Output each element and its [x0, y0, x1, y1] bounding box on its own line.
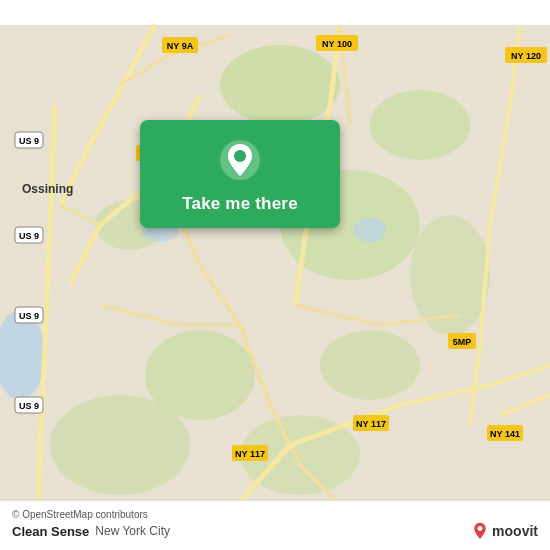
svg-point-2: [370, 90, 470, 160]
location-name: Clean Sense: [12, 524, 89, 539]
svg-text:US 9: US 9: [19, 136, 39, 146]
svg-point-73: [234, 150, 246, 162]
svg-point-1: [220, 45, 340, 125]
popup-card[interactable]: Take me there: [140, 120, 340, 228]
moovit-logo: moovit: [471, 522, 538, 540]
svg-point-74: [478, 526, 483, 531]
svg-text:NY 120: NY 120: [511, 51, 541, 61]
location-city: New York City: [95, 524, 170, 538]
svg-point-6: [50, 395, 190, 495]
svg-text:5MP: 5MP: [453, 337, 472, 347]
svg-point-8: [320, 330, 420, 400]
svg-text:US 9: US 9: [19, 231, 39, 241]
svg-text:NY 141: NY 141: [490, 429, 520, 439]
svg-text:US 9: US 9: [19, 401, 39, 411]
map-container: NY 9A NY 100 NY 120 US 9 NY 9 US 9 US 9 …: [0, 0, 550, 550]
svg-text:NY 9A: NY 9A: [167, 41, 194, 51]
location-pin-icon: [218, 138, 262, 182]
map-attribution: © OpenStreetMap contributors: [12, 509, 538, 520]
svg-text:US 9: US 9: [19, 311, 39, 321]
bottom-bar: © OpenStreetMap contributors Clean Sense…: [0, 500, 550, 550]
moovit-brand-text: moovit: [492, 523, 538, 539]
svg-text:NY 117: NY 117: [356, 419, 386, 429]
svg-text:NY 117: NY 117: [235, 449, 265, 459]
map-svg: NY 9A NY 100 NY 120 US 9 NY 9 US 9 US 9 …: [0, 0, 550, 550]
moovit-pin-icon: [471, 522, 489, 540]
location-row: Clean Sense New York City moovit: [12, 522, 538, 540]
take-me-there-button[interactable]: Take me there: [182, 194, 298, 214]
svg-text:Ossining: Ossining: [22, 182, 73, 196]
svg-point-12: [354, 218, 386, 242]
svg-text:NY 100: NY 100: [322, 39, 352, 49]
